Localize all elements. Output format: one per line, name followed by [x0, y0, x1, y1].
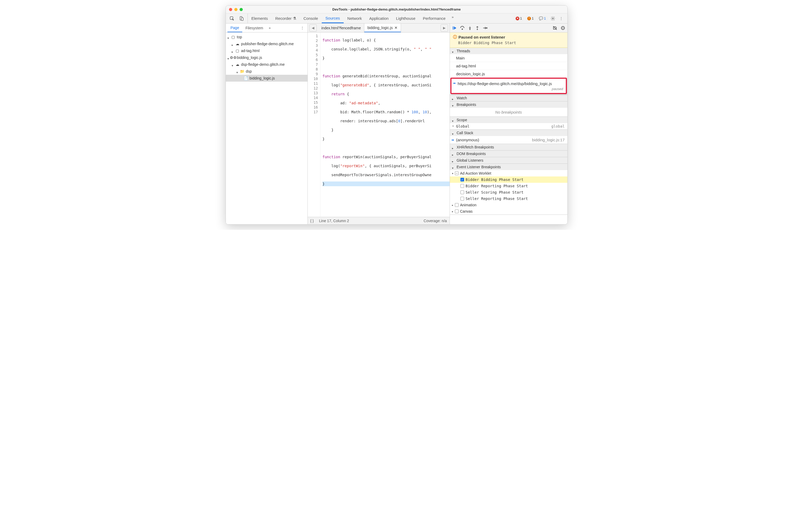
device-icon[interactable] — [238, 15, 245, 22]
js-file-icon: 📄 — [244, 76, 248, 80]
tree-adtag[interactable]: ▢ad-tag.html — [226, 47, 307, 54]
global-listeners-header[interactable]: Global Listeners — [450, 157, 567, 164]
checkbox-icon[interactable] — [455, 203, 458, 207]
evt-cat-canvas[interactable]: ▸Canvas — [450, 208, 567, 214]
minimize-icon[interactable] — [234, 8, 238, 11]
debugger-pane: ⓘPaused on event listener Bidder Bidding… — [450, 23, 567, 224]
xhr-bp-header[interactable]: XHR/fetch Breakpoints — [450, 144, 567, 150]
evt-cat-adauction[interactable]: ▾−Ad Auction Worklet — [450, 170, 567, 176]
tab-sources[interactable]: Sources — [322, 14, 344, 23]
folder-icon: 📁 — [240, 69, 244, 73]
code-editor[interactable]: 1234567891011121314151617 function log(l… — [308, 33, 450, 217]
checkbox-icon[interactable] — [460, 190, 464, 194]
checkbox-indeterminate-icon[interactable]: − — [455, 171, 458, 175]
issues-icon: 💬 — [539, 16, 543, 20]
checkbox-icon[interactable] — [455, 209, 458, 213]
breakpoints-empty: No breakpoints — [450, 108, 567, 116]
paused-banner: ⓘPaused on event listener Bidder Bidding… — [450, 33, 567, 48]
svg-point-5 — [462, 29, 462, 30]
tab-filesystem[interactable]: Filesystem — [242, 23, 266, 32]
step-out-icon[interactable] — [475, 26, 479, 31]
resume-icon[interactable] — [452, 26, 457, 31]
evt-cat-animation[interactable]: ▸Animation — [450, 202, 567, 208]
thread-main[interactable]: Main — [450, 54, 567, 62]
maximize-icon[interactable] — [240, 8, 243, 11]
tab-elements[interactable]: Elements — [248, 14, 272, 23]
scope-header[interactable]: Scope — [450, 117, 567, 123]
svg-rect-4 — [453, 26, 453, 30]
inspect-icon[interactable] — [228, 15, 235, 22]
checkbox-checked-icon[interactable]: ✓ — [460, 178, 464, 182]
svg-rect-10 — [562, 27, 563, 29]
devtools-window: DevTools - publisher-fledge-demo.glitch.… — [226, 5, 568, 225]
deactivate-bp-icon[interactable] — [553, 26, 558, 31]
svg-point-6 — [469, 29, 470, 30]
editor-pane: ◀ index.html?fencedframe bidding_logic.j… — [308, 23, 450, 224]
tree-top[interactable]: ▢top — [226, 34, 307, 40]
titlebar: DevTools - publisher-fledge-demo.glitch.… — [226, 5, 567, 14]
close-icon[interactable] — [229, 8, 232, 11]
gears-icon: ⚙⚙ — [231, 55, 235, 60]
evt-bidder-reporting-start[interactable]: Bidder Reporting Phase Start — [450, 183, 567, 189]
settings-icon[interactable] — [549, 15, 556, 22]
tree-bidding-worklet[interactable]: ⚙⚙bidding_logic.js — [226, 54, 307, 61]
thread-decision[interactable]: decision_logic.js — [450, 70, 567, 78]
error-badge[interactable]: ✕1 — [514, 16, 524, 21]
warning-badge[interactable]: !1 — [525, 16, 535, 21]
editor-nav-back-icon[interactable]: ◀ — [309, 24, 317, 32]
cloud-icon: ☁ — [235, 62, 240, 66]
close-tab-icon[interactable]: ✕ — [394, 26, 398, 30]
tab-performance[interactable]: Performance — [419, 14, 449, 23]
tab-console[interactable]: Console — [300, 14, 322, 23]
pause-exceptions-icon[interactable] — [561, 26, 565, 31]
navigator-tabs: Page Filesystem » ⋮ — [226, 23, 307, 33]
file-tree: ▢top ☁publisher-fledge-demo.glitch.me ▢a… — [226, 33, 307, 224]
step-over-icon[interactable] — [460, 26, 465, 31]
tab-page[interactable]: Page — [227, 23, 243, 32]
step-icon[interactable] — [483, 26, 487, 31]
pretty-print-icon[interactable]: { } — [310, 219, 314, 223]
tree-dsp-domain[interactable]: ☁dsp-fledge-demo.glitch.me — [226, 61, 307, 68]
frame-icon: ▢ — [235, 49, 240, 53]
error-icon: ✕ — [516, 17, 519, 20]
evt-bidder-bidding-start[interactable]: ✓Bidder Bidding Phase Start — [450, 176, 567, 183]
traffic-lights — [229, 8, 243, 11]
checkbox-icon[interactable] — [460, 184, 464, 188]
line-gutter: 1234567891011121314151617 — [308, 33, 320, 217]
tab-application[interactable]: Application — [365, 14, 392, 23]
checkbox-icon[interactable] — [460, 197, 464, 201]
tree-publisher-domain[interactable]: ☁publisher-fledge-demo.glitch.me — [226, 40, 307, 47]
tab-lighthouse[interactable]: Lighthouse — [392, 14, 419, 23]
event-listener-bp-header[interactable]: Event Listener Breakpoints — [450, 164, 567, 170]
navigator-pane: Page Filesystem » ⋮ ▢top ☁publisher-fled… — [226, 23, 308, 224]
threads-header[interactable]: Threads — [450, 48, 567, 54]
warning-icon: ! — [527, 17, 531, 20]
thread-adtag[interactable]: ad-tag.html — [450, 62, 567, 70]
tree-dsp-folder[interactable]: 📁dsp — [226, 68, 307, 75]
svg-point-7 — [477, 29, 477, 30]
main-content: Page Filesystem » ⋮ ▢top ☁publisher-fled… — [226, 23, 567, 224]
tab-recorder[interactable]: Recorder ⚗ — [271, 14, 300, 23]
callstack-header[interactable]: Call Stack — [450, 130, 567, 136]
tree-bidding-file[interactable]: 📄bidding_logic.js — [226, 75, 307, 82]
evt-seller-reporting-start[interactable]: Seller Reporting Phase Start — [450, 195, 567, 202]
editor-nav-fwd-icon[interactable]: ▶ — [441, 24, 448, 32]
stack-frame[interactable]: (anonymous)bidding_logic.js:17 — [450, 136, 567, 144]
main-toolbar: Elements Recorder ⚗ Console Sources Netw… — [226, 14, 567, 23]
kebab-icon[interactable]: ⋮ — [558, 15, 565, 22]
editor-tab-bidding[interactable]: bidding_logic.js✕ — [364, 23, 401, 32]
dom-bp-header[interactable]: DOM Breakpoints — [450, 151, 567, 157]
watch-header[interactable]: Watch — [450, 95, 567, 101]
nav-kebab-icon[interactable]: ⋮ — [299, 24, 306, 32]
svg-point-3 — [552, 18, 553, 19]
editor-tab-index[interactable]: index.html?fencedframe — [318, 23, 364, 32]
tab-network[interactable]: Network — [344, 14, 365, 23]
issues-badge[interactable]: 💬1 — [537, 16, 548, 21]
more-nav-tabs-icon[interactable]: » — [266, 24, 273, 32]
more-tabs-icon[interactable]: » — [449, 14, 456, 20]
thread-bidding-highlighted[interactable]: https://dsp-fledge-demo.glitch.me/dsp/bi… — [450, 78, 567, 94]
evt-seller-scoring-start[interactable]: Seller Scoring Phase Start — [450, 189, 567, 195]
breakpoints-header[interactable]: Breakpoints — [450, 101, 567, 108]
scope-global[interactable]: Globalglobal — [450, 123, 567, 129]
step-into-icon[interactable] — [468, 26, 472, 31]
